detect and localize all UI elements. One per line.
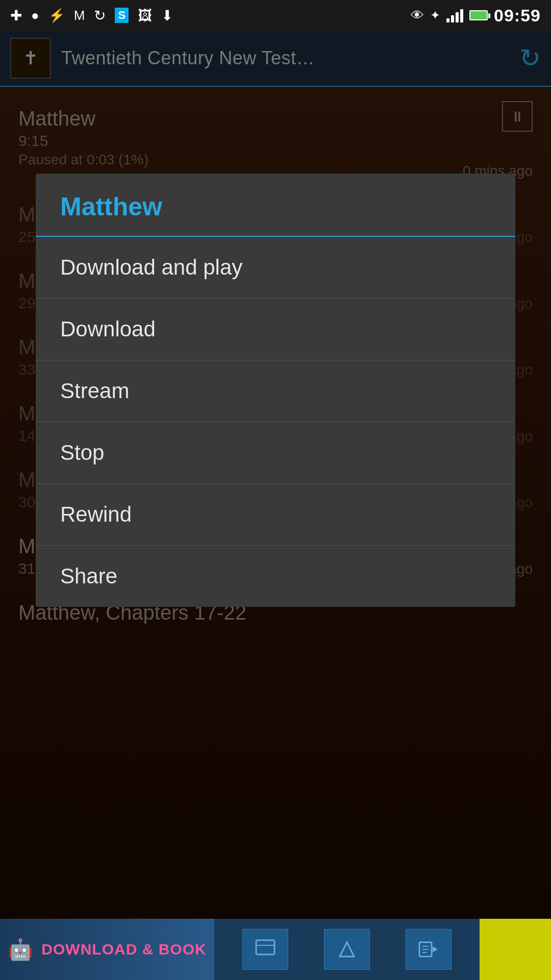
- android-icon: 🤖: [8, 938, 33, 962]
- banner-action-3[interactable]: [406, 929, 452, 970]
- banner-actions: [214, 919, 480, 980]
- eye-icon: 👁: [411, 8, 424, 23]
- status-icons-right: 👁 ✦ 09:59: [411, 6, 541, 26]
- whatsapp-icon: ●: [31, 8, 39, 23]
- context-menu: Matthew Download and play Download Strea…: [36, 174, 515, 607]
- banner-action-1[interactable]: [242, 929, 288, 970]
- download-book-label: DOWNLOAD & BOOK: [41, 941, 206, 958]
- context-menu-item-rewind[interactable]: Rewind: [36, 484, 515, 546]
- banner-yellow-block: [480, 919, 551, 980]
- gmail-icon: M: [74, 8, 85, 23]
- skype-icon: S: [115, 8, 129, 23]
- context-menu-title: Matthew: [36, 174, 515, 237]
- download-status-icon: ⬇: [161, 7, 173, 24]
- status-time: 09:59: [494, 6, 541, 26]
- bottom-banner: 🤖 DOWNLOAD & BOOK: [0, 919, 551, 980]
- messenger-icon: ⚡: [48, 8, 65, 23]
- image-icon: 🖼: [138, 7, 152, 24]
- download-book-button[interactable]: 🤖 DOWNLOAD & BOOK: [0, 919, 214, 980]
- bluetooth-icon: ✦: [430, 8, 440, 22]
- context-menu-item-stream[interactable]: Stream: [36, 360, 515, 422]
- battery-icon: [469, 10, 488, 20]
- banner-action-2[interactable]: [324, 929, 370, 970]
- add-icon: ✚: [10, 7, 22, 24]
- status-icons-left: ✚ ● ⚡ M ↻ S 🖼 ⬇: [10, 7, 173, 24]
- status-bar: ✚ ● ⚡ M ↻ S 🖼 ⬇ 👁 ✦ 09:59: [0, 0, 551, 31]
- context-menu-item-download-play[interactable]: Download and play: [36, 237, 515, 299]
- sync-icon: ↻: [94, 7, 106, 24]
- signal-icon: [446, 8, 463, 22]
- context-menu-item-download[interactable]: Download: [36, 299, 515, 360]
- context-menu-item-share[interactable]: Share: [36, 546, 515, 607]
- svg-rect-0: [256, 940, 274, 954]
- context-menu-item-stop[interactable]: Stop: [36, 422, 515, 484]
- svg-marker-2: [340, 942, 354, 957]
